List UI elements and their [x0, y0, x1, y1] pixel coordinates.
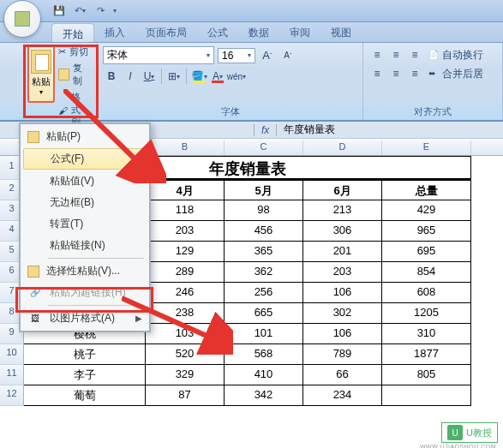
table-cell[interactable]: 365 — [225, 242, 303, 262]
table-cell[interactable]: 608 — [382, 283, 471, 303]
table-cell[interactable]: 410 — [225, 365, 303, 385]
table-cell[interactable]: 238 — [146, 303, 225, 324]
table-cell[interactable]: 789 — [303, 344, 382, 365]
table-cell[interactable]: 456 — [225, 221, 303, 242]
table-cell[interactable]: 302 — [303, 303, 382, 324]
border-button[interactable]: ⊞▾ — [165, 68, 183, 85]
align-center-button[interactable]: ≡ — [387, 65, 404, 82]
paste-icon — [31, 50, 51, 74]
table-cell[interactable]: 李子 — [24, 365, 146, 385]
table-cell[interactable]: 5月 — [225, 180, 303, 200]
table-cell[interactable]: 342 — [225, 385, 303, 406]
table-cell[interactable]: 665 — [225, 303, 303, 324]
align-bot-button[interactable]: ≡ — [406, 46, 423, 63]
redo-icon[interactable]: ↷ — [93, 3, 108, 19]
increase-font-button[interactable]: Aˇ — [259, 47, 276, 64]
table-cell[interactable]: 6月 — [303, 180, 382, 200]
phonetic-button[interactable]: wén▾ — [228, 68, 245, 85]
align-left-button[interactable]: ≡ — [368, 65, 386, 82]
menu-paste-link[interactable]: 粘贴链接(N) — [22, 235, 147, 256]
table-cell[interactable]: 289 — [146, 262, 225, 283]
table-cell[interactable]: 329 — [146, 365, 225, 385]
font-size-select[interactable]: 16▾ — [218, 48, 255, 63]
fill-color-button[interactable]: 🪣▾ — [190, 68, 207, 85]
table-cell[interactable]: 201 — [303, 242, 382, 262]
table-cell[interactable]: 66 — [303, 365, 382, 385]
menu-formula[interactable]: 公式(F) — [23, 148, 147, 170]
table-cell[interactable]: 362 — [225, 262, 303, 283]
align-top-button[interactable]: ≡ — [368, 46, 386, 63]
table-cell[interactable]: 葡萄 — [24, 385, 146, 406]
col-header[interactable]: C — [225, 140, 303, 155]
qat-more-icon[interactable]: ▾ — [113, 7, 117, 15]
col-header[interactable]: D — [303, 140, 382, 155]
table-cell[interactable]: 101 — [225, 324, 303, 344]
save-icon[interactable]: 💾 — [51, 3, 67, 19]
menu-transpose[interactable]: 转置(T) — [22, 213, 147, 235]
align-mid-button[interactable]: ≡ — [387, 46, 404, 63]
copy-button[interactable]: 复制 — [57, 61, 92, 88]
table-cell[interactable]: 103 — [146, 324, 225, 344]
wrap-text-button[interactable]: 📄自动换行 — [425, 47, 487, 63]
table-cell[interactable]: 306 — [303, 221, 382, 242]
menu-paste[interactable]: 粘贴(P) — [22, 126, 147, 147]
tab-page-layout[interactable]: 页面布局 — [135, 22, 197, 42]
table-cell[interactable]: 234 — [303, 385, 382, 406]
table-cell[interactable]: 203 — [146, 221, 225, 242]
table-cell[interactable]: 118 — [146, 200, 225, 221]
table-cell[interactable]: 1877 — [382, 344, 471, 365]
table-cell[interactable]: 520 — [146, 344, 225, 365]
row-header[interactable]: 11 — [0, 365, 24, 385]
table-cell[interactable]: 695 — [382, 242, 471, 262]
table-cell[interactable]: 桃子 — [24, 344, 146, 365]
table-cell[interactable]: 总量 — [382, 180, 471, 200]
col-header[interactable]: E — [382, 140, 471, 155]
italic-button[interactable]: I — [122, 68, 139, 85]
table-cell[interactable]: 1205 — [382, 303, 471, 324]
paste-button[interactable]: 粘贴 ▾ — [27, 45, 55, 103]
tab-insert[interactable]: 插入 — [94, 22, 135, 42]
table-cell[interactable]: 246 — [146, 283, 225, 303]
table-cell[interactable]: 129 — [146, 242, 225, 262]
menu-paste-special[interactable]: 选择性粘贴(V)... — [22, 260, 147, 282]
table-cell[interactable]: 429 — [382, 200, 471, 221]
table-cell[interactable]: 106 — [303, 324, 382, 344]
office-button[interactable] — [3, 0, 41, 38]
menu-paste-hyperlink[interactable]: 🔗粘贴为超链接(H) — [22, 282, 147, 303]
col-header[interactable]: B — [146, 140, 225, 155]
table-cell[interactable]: 4月 — [146, 180, 225, 200]
table-cell[interactable]: 854 — [382, 262, 471, 283]
tab-data[interactable]: 数据 — [238, 22, 279, 42]
align-right-button[interactable]: ≡ — [406, 65, 423, 82]
table-cell[interactable]: 310 — [382, 324, 471, 344]
tab-start[interactable]: 开始 — [51, 23, 94, 42]
decrease-font-button[interactable]: Aˇ — [279, 47, 296, 64]
table-cell[interactable]: 805 — [382, 365, 471, 385]
row-header[interactable]: 10 — [0, 344, 24, 365]
table-cell[interactable] — [382, 385, 471, 406]
table-cell[interactable]: 106 — [303, 283, 382, 303]
formula-text[interactable]: 年度销量表 — [277, 122, 335, 137]
table-cell[interactable]: 568 — [225, 344, 303, 365]
merge-center-button[interactable]: ⬌合并后居 — [425, 66, 487, 82]
tab-review[interactable]: 审阅 — [279, 22, 320, 42]
font-name-select[interactable]: 宋体▾ — [103, 46, 214, 64]
menu-paste-value[interactable]: 粘贴值(V) — [22, 170, 147, 192]
bold-button[interactable]: B — [103, 68, 120, 85]
undo-icon[interactable]: ↶▾ — [72, 3, 87, 19]
table-cell[interactable]: 256 — [225, 283, 303, 303]
fx-label[interactable]: fx — [254, 124, 277, 136]
table-cell[interactable]: 965 — [382, 221, 471, 242]
tab-formula[interactable]: 公式 — [197, 22, 238, 42]
table-cell[interactable]: 87 — [146, 385, 225, 406]
table-cell[interactable]: 98 — [225, 200, 303, 221]
cut-button[interactable]: ✂剪切 — [57, 45, 92, 59]
font-color-button[interactable]: A▾ — [209, 68, 226, 85]
underline-button[interactable]: U▾ — [141, 68, 158, 85]
table-cell[interactable]: 213 — [303, 200, 382, 221]
table-cell[interactable]: 203 — [303, 262, 382, 283]
tab-view[interactable]: 视图 — [320, 22, 362, 42]
menu-no-border[interactable]: 无边框(B) — [22, 192, 147, 213]
menu-as-picture[interactable]: 🖼以图片格式(A)▶ — [22, 308, 147, 329]
row-header[interactable]: 12 — [0, 385, 24, 406]
